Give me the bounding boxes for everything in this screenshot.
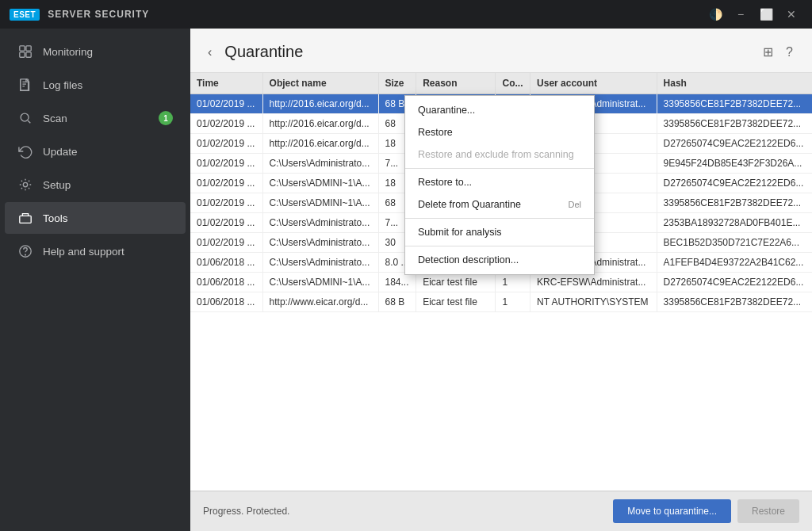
scan-icon: [17, 110, 33, 126]
svg-rect-3: [26, 52, 31, 57]
context-menu: Quarantine...RestoreRestore and exclude …: [404, 95, 595, 275]
col-user-account: User account: [530, 73, 657, 94]
sidebar-item-tools[interactable]: Tools: [5, 202, 186, 234]
app-body: Monitoring Log files Scan 1 Update: [0, 29, 812, 531]
context-menu-item-restore[interactable]: Restore: [405, 121, 594, 143]
context-menu-item-restore-to[interactable]: Restore to...: [405, 171, 594, 193]
close-button[interactable]: ✕: [780, 3, 802, 25]
page-title: Quarantine: [224, 43, 303, 61]
tools-icon: [17, 210, 33, 226]
context-menu-separator: [405, 246, 594, 246]
col-object-name: Object name: [262, 73, 378, 94]
context-menu-item-detection-desc[interactable]: Detection description...: [405, 249, 594, 271]
log-files-icon: [17, 77, 33, 93]
svg-line-9: [28, 120, 30, 123]
col-reason: Reason: [416, 73, 496, 94]
sidebar-item-setup[interactable]: Setup: [5, 169, 186, 201]
col-count: Co...: [496, 73, 530, 94]
titlebar: ESET SERVER SECURITY 🌓 − ⬜ ✕: [0, 0, 812, 29]
window-controls: 🌓 − ⬜ ✕: [704, 3, 802, 25]
context-menu-label: Quarantine...: [418, 105, 475, 116]
brightness-button[interactable]: 🌓: [704, 3, 726, 25]
svg-rect-1: [26, 46, 31, 51]
update-icon: [17, 143, 33, 159]
svg-rect-0: [20, 46, 25, 51]
sidebar-item-scan[interactable]: Scan 1: [5, 102, 186, 134]
table-header-row: Time Object name Size Reason Co... User …: [190, 73, 812, 94]
back-button[interactable]: ‹: [203, 44, 216, 61]
svg-point-8: [21, 113, 29, 121]
help-icon: [17, 243, 33, 259]
context-menu-label: Restore and exclude from scanning: [418, 149, 574, 160]
context-menu-label: Detection description...: [418, 254, 519, 266]
bottom-buttons: Move to quarantine... Restore: [613, 499, 799, 523]
table-row[interactable]: 01/06/2018 ...C:\Users\ADMINI~1\A...184.…: [190, 273, 812, 292]
header-right: ⊞ ?: [760, 41, 796, 63]
eset-logo: ESET: [10, 9, 40, 21]
sidebar: Monitoring Log files Scan 1 Update: [0, 29, 190, 531]
monitoring-icon: [17, 44, 33, 59]
setup-icon: [17, 177, 33, 193]
sidebar-item-help[interactable]: Help and support: [5, 235, 186, 267]
bottom-bar: Progress. Protected. Move to quarantine.…: [190, 491, 812, 531]
update-label: Update: [43, 146, 78, 158]
context-menu-label: Delete from Quarantine: [418, 199, 521, 210]
header-left: ‹ Quarantine: [203, 43, 303, 61]
help-label: Help and support: [43, 246, 124, 258]
quarantine-table-container: Time Object name Size Reason Co... User …: [190, 73, 812, 491]
sidebar-item-monitoring[interactable]: Monitoring: [5, 36, 186, 67]
minimize-button[interactable]: −: [730, 3, 752, 25]
sidebar-item-log-files[interactable]: Log files: [5, 69, 186, 101]
log-files-label: Log files: [43, 79, 82, 91]
app-title: SERVER SECURITY: [48, 9, 149, 20]
tools-label: Tools: [43, 212, 68, 224]
context-menu-item-submit[interactable]: Submit for analysis: [405, 221, 594, 243]
svg-point-10: [23, 182, 27, 186]
svg-point-13: [25, 254, 26, 255]
context-menu-separator: [405, 168, 594, 169]
col-hash: Hash: [657, 73, 812, 94]
context-menu-label: Restore to...: [418, 177, 472, 188]
scan-label: Scan: [43, 113, 67, 124]
col-time: Time: [190, 73, 262, 94]
svg-rect-2: [20, 52, 25, 57]
sidebar-item-update[interactable]: Update: [5, 136, 186, 167]
svg-rect-11: [20, 216, 31, 223]
context-menu-separator: [405, 218, 594, 219]
col-size: Size: [378, 73, 416, 94]
context-menu-shortcut: Del: [568, 200, 581, 209]
setup-label: Setup: [43, 179, 71, 191]
monitoring-label: Monitoring: [43, 46, 93, 58]
context-menu-item-quarantine[interactable]: Quarantine...: [405, 99, 594, 121]
move-to-quarantine-button[interactable]: Move to quarantine...: [613, 499, 731, 523]
maximize-button[interactable]: ⬜: [755, 3, 777, 25]
grid-view-button[interactable]: ⊞: [760, 41, 776, 63]
main-content: ‹ Quarantine ⊞ ? Time Object name Size R…: [190, 29, 812, 531]
scan-badge: 1: [159, 111, 173, 125]
help-button[interactable]: ?: [783, 41, 796, 63]
context-menu-label: Restore: [418, 127, 453, 138]
context-menu-item-restore-exclude: Restore and exclude from scanning: [405, 143, 594, 166]
context-menu-label: Submit for analysis: [418, 227, 502, 238]
status-text: Progress. Protected.: [203, 506, 289, 517]
content-header: ‹ Quarantine ⊞ ?: [190, 29, 812, 73]
restore-button[interactable]: Restore: [737, 499, 799, 523]
context-menu-item-delete[interactable]: Delete from QuarantineDel: [405, 193, 594, 216]
titlebar-left: ESET SERVER SECURITY: [10, 9, 149, 21]
table-row[interactable]: 01/06/2018 ...http://www.eicar.org/d...6…: [190, 292, 812, 312]
